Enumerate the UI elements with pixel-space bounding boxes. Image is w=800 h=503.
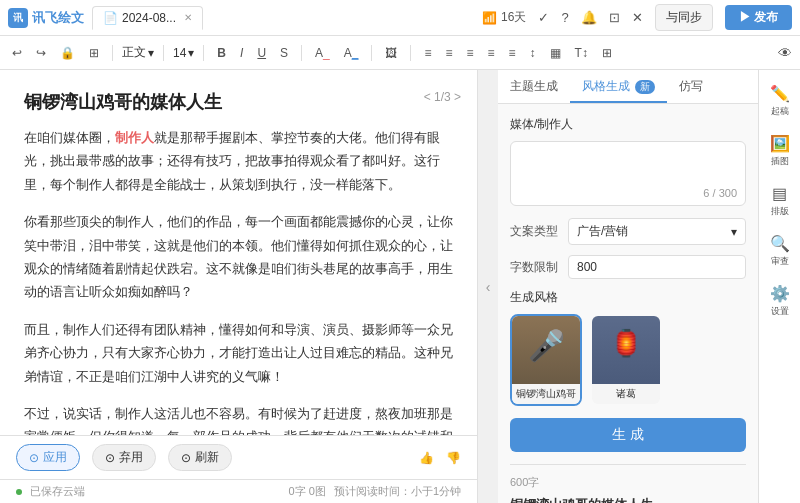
- underline-button[interactable]: U: [253, 44, 270, 62]
- indent-button[interactable]: ≡: [505, 44, 520, 62]
- top-bar-right: 📶 16天 ✓ ? 🔔 ⊡ ✕ 与同步 ▶ 发布: [482, 4, 792, 31]
- main-area: 铜锣湾山鸡哥的媒体人生 < 1/3 > 在咱们媒体圈，制作人就是那帮手握剧本、掌…: [0, 70, 800, 503]
- style-text-input[interactable]: 6 / 300: [510, 141, 746, 206]
- layout-icon: ▤: [772, 184, 787, 203]
- like-button[interactable]: 👍: [419, 451, 434, 465]
- refresh-icon: ⊙: [181, 451, 191, 465]
- review-icon: 🔍: [770, 234, 790, 253]
- editor-content[interactable]: 铜锣湾山鸡哥的媒体人生 < 1/3 > 在咱们媒体圈，制作人就是那帮手握剧本、掌…: [0, 70, 477, 435]
- document-title: 铜锣湾山鸡哥的媒体人生: [24, 90, 453, 114]
- ordered-list-button[interactable]: ≡: [484, 44, 499, 62]
- content-type-select[interactable]: 广告/营销 ▾: [568, 218, 746, 245]
- list-button[interactable]: ≡: [463, 44, 478, 62]
- tab-theme-generation[interactable]: 主题生成: [498, 70, 570, 103]
- highlight-color-button[interactable]: A_: [340, 44, 363, 62]
- together-button[interactable]: 与同步: [655, 4, 713, 31]
- style-cards-container: 铜锣湾山鸡哥 诸葛: [510, 314, 746, 406]
- app-name: 讯飞绘文: [32, 9, 84, 27]
- refresh-button[interactable]: ⊙ 刷新: [168, 444, 232, 471]
- bold-button[interactable]: B: [213, 44, 230, 62]
- logo-icon: 讯: [8, 8, 28, 28]
- word-limit-input[interactable]: 800: [568, 255, 746, 279]
- page-indicator: < 1/3 >: [424, 90, 461, 104]
- top-bar: 讯 讯飞绘文 📄 2024-08... ✕ 📶 16天 ✓ ? 🔔 ⊡ ✕ 与同…: [0, 0, 800, 36]
- luowan-avatar: [512, 316, 580, 384]
- table-button[interactable]: ▦: [546, 44, 565, 62]
- sidebar-item-image[interactable]: 🖼️ 插图: [761, 128, 799, 174]
- sidebar-item-draft[interactable]: ✏️ 起稿: [761, 78, 799, 124]
- right-content: 媒体/制作人 6 / 300 文案类型 广告/营销 ▾ 字数限制 800 生成风…: [498, 104, 758, 503]
- editor-body[interactable]: 在咱们媒体圈，制作人就是那帮手握剧本、掌控节奏的大佬。他们得有眼光，挑出最带感的…: [24, 126, 453, 435]
- dislike-button[interactable]: 👎: [446, 451, 461, 465]
- window-icon: ⊡: [609, 10, 620, 25]
- align-center-button[interactable]: ≡: [441, 44, 456, 62]
- toolbar-right: 👁: [778, 45, 792, 61]
- generate-button[interactable]: 生 成: [510, 418, 746, 452]
- sidebar-item-settings[interactable]: ⚙️ 设置: [761, 278, 799, 324]
- panel-divider[interactable]: ‹: [478, 70, 498, 503]
- style-card-luowan[interactable]: 铜锣湾山鸡哥: [510, 314, 582, 406]
- publish-button[interactable]: ▶ 发布: [725, 5, 792, 30]
- editor-panel: 铜锣湾山鸡哥的媒体人生 < 1/3 > 在咱们媒体圈，制作人就是那帮手握剧本、掌…: [0, 70, 478, 503]
- fontsize-dropdown[interactable]: 14 ▾: [173, 46, 194, 60]
- question-icon: ?: [561, 10, 568, 25]
- image-button[interactable]: 🖼: [381, 44, 401, 62]
- icon-sidebar: ✏️ 起稿 🖼️ 插图 ▤ 排版 🔍 审查 ⚙️ 设置: [758, 70, 800, 503]
- paragraph-2: 你看那些顶尖的制作人，他们的作品，每一个画面都能震撼你的心灵，让你笑中带泪，泪中…: [24, 210, 453, 304]
- tab-imitation[interactable]: 仿写: [667, 70, 715, 103]
- discard-button[interactable]: ⊙ 弃用: [92, 444, 156, 471]
- draft-icon: ✏️: [770, 84, 790, 103]
- paragraph-3: 而且，制作人们还得有团队精神，懂得如何和导演、演员、摄影师等一众兄弟齐心协力，只…: [24, 318, 453, 388]
- strikethrough-button[interactable]: S: [276, 44, 292, 62]
- app-logo: 讯 讯飞绘文: [8, 8, 84, 28]
- editor-footer-right: 👍 👎: [419, 451, 461, 465]
- result-word-count: 600字: [510, 475, 746, 490]
- style-dropdown[interactable]: 正文 ▾: [122, 44, 154, 61]
- preview-icon[interactable]: 👁: [778, 45, 792, 61]
- char-count-display: 6 / 300: [703, 187, 737, 199]
- apply-button[interactable]: ⊙ 应用: [16, 444, 80, 471]
- read-time: 预计阅读时间：小于1分钟: [334, 484, 461, 499]
- new-badge: 新: [635, 80, 655, 94]
- sidebar-item-review[interactable]: 🔍 审查: [761, 228, 799, 274]
- save-status-dot: [16, 489, 22, 495]
- media-label: 媒体/制作人: [510, 116, 746, 133]
- undo-button[interactable]: ↩: [8, 44, 26, 62]
- redo-button[interactable]: ↪: [32, 44, 50, 62]
- doc-tab[interactable]: 📄 2024-08... ✕: [92, 6, 203, 30]
- separator-2: [163, 45, 164, 61]
- tab-icon: 📄: [103, 11, 118, 25]
- paragraph-1: 在咱们媒体圈，制作人就是那帮手握剧本、掌控节奏的大佬。他们得有眼光，挑出最带感的…: [24, 126, 453, 196]
- word-count: 0字 0图: [289, 484, 326, 499]
- divider-arrow-icon: ‹: [486, 279, 491, 295]
- font-color-button[interactable]: A_: [311, 44, 334, 62]
- style-section-title: 生成风格: [510, 289, 746, 306]
- more-format-button[interactable]: T↕: [571, 44, 592, 62]
- publish-icon: ▶: [739, 10, 751, 24]
- lock-icon[interactable]: 🔒: [56, 44, 79, 62]
- settings-icon: ⚙️: [770, 284, 790, 303]
- zhuge-label: 诸葛: [592, 384, 660, 404]
- extra-button[interactable]: ⊞: [598, 44, 616, 62]
- align-left-button[interactable]: ≡: [420, 44, 435, 62]
- separator-3: [203, 45, 204, 61]
- paragraph-4: 不过，说实话，制作人这活儿也不容易。有时候为了赶进度，熬夜加班那是家常便饭。但你…: [24, 402, 453, 435]
- tab-style-generation[interactable]: 风格生成 新: [570, 70, 667, 103]
- format-icon[interactable]: ⊞: [85, 44, 103, 62]
- wifi-info: 📶 16天: [482, 9, 526, 26]
- image-icon: 🖼️: [770, 134, 790, 153]
- line-spacing-button[interactable]: ↕: [526, 44, 540, 62]
- zhuge-avatar: [592, 316, 660, 384]
- right-tabs: 主题生成 风格生成 新 仿写: [498, 70, 758, 104]
- content-type-row: 文案类型 广告/营销 ▾: [510, 218, 746, 245]
- separator-5: [371, 45, 372, 61]
- style-card-zhuge[interactable]: 诸葛: [590, 314, 662, 406]
- separator-4: [301, 45, 302, 61]
- tab-label: 2024-08...: [122, 11, 176, 25]
- luowan-label: 铜锣湾山鸡哥: [512, 384, 580, 404]
- tab-close-icon[interactable]: ✕: [184, 12, 192, 23]
- discard-icon: ⊙: [105, 451, 115, 465]
- word-limit-row: 字数限制 800: [510, 255, 746, 279]
- italic-button[interactable]: I: [236, 44, 247, 62]
- sidebar-item-layout[interactable]: ▤ 排版: [761, 178, 799, 224]
